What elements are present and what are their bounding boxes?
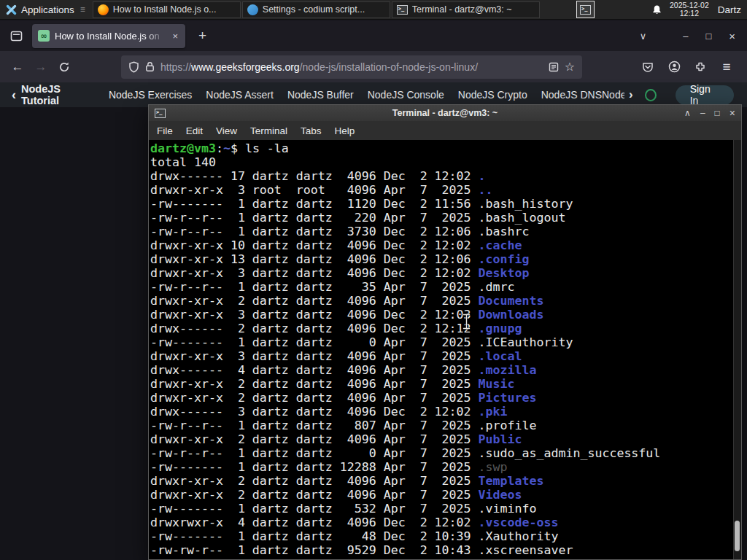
scrollbar-thumb[interactable] [735,521,740,551]
ls-row: -rw-r--r-- 1 dartz dartz 0 Apr 7 2025 .s… [150,446,741,460]
nav-link-crypto[interactable]: NodeJS Crypto [458,89,527,101]
total-line: total 140 [150,155,741,169]
list-tabs-chevron-icon[interactable]: ∨ [640,31,647,42]
ls-row: -rw------- 1 dartz dartz 1120 Dec 2 11:5… [150,197,741,211]
tab-title: How to Install Node.js on [55,31,166,42]
nav-back-tutorial[interactable]: ‹ NodeJS Tutorial [12,83,95,106]
ls-row: -rw-r--r-- 1 dartz dartz 3730 Dec 2 12:0… [150,225,741,238]
notification-bell-icon[interactable] [651,4,662,15]
ls-row: -rw------- 1 dartz dartz 48 Dec 2 10:39 … [150,529,741,543]
ls-row: drwxr-xr-x 2 dartz dartz 4096 Apr 7 2025… [150,432,741,446]
applications-menu-button[interactable]: Applications ≡ [0,0,91,19]
ls-row: drwxr-xr-x 2 dartz dartz 4096 Apr 7 2025… [150,377,741,391]
reader-mode-icon[interactable] [549,62,559,72]
terminal-close-button[interactable]: × [729,107,735,119]
menu-edit[interactable]: Edit [179,125,209,136]
firefox-tab-bar: ∞ How to Install Node.js on × + ∨ – □ × [0,20,747,51]
hamburger-menu-button[interactable]: ≡ [715,55,738,79]
forward-button: → [29,55,53,79]
ls-row: drwxr-xr-x 2 dartz dartz 4096 Apr 7 2025… [150,474,741,488]
taskbar-button-terminal[interactable]: Terminal - dartz@vm3: ~ [392,1,540,18]
nav-link-assert[interactable]: NodeJS Assert [206,89,274,101]
url-bar[interactable]: https://www.geeksforgeeks.org/node-js/in… [121,55,582,79]
site-navbar: ‹ NodeJS Tutorial NodeJS Exercises NodeJ… [0,82,747,107]
ls-row: drwx------ 2 dartz dartz 4096 Dec 2 12:1… [150,322,741,335]
terminal-titlebar[interactable]: Terminal - dartz@vm3: ~ ∧ – □ × [149,105,741,121]
menu-terminal[interactable]: Terminal [244,125,294,136]
terminal-maximize-button[interactable]: □ [715,108,720,118]
account-icon [668,61,681,73]
applications-label: Applications [21,4,74,15]
tracking-shield-icon[interactable] [128,61,139,73]
ls-row: -rw-r--r-- 1 dartz dartz 220 Apr 7 2025 … [150,211,741,225]
terminal-icon [580,5,591,15]
terminal-scrollbar[interactable] [733,140,741,559]
system-tray: 2025-12-02 12:12 Dartz [651,1,747,18]
ls-row: drwxr-xr-x 3 root root 4096 Apr 7 2025 .… [150,183,741,197]
window-close-button[interactable]: × [729,30,735,42]
ls-row: drwx------ 3 dartz dartz 4096 Dec 2 12:0… [150,405,741,419]
applications-icon [6,4,17,15]
ls-row: drwxr-xr-x 3 dartz dartz 4096 Dec 2 12:0… [150,308,741,322]
clock[interactable]: 2025-12-02 12:12 [670,1,709,18]
ls-row: drwx------ 17 dartz dartz 4096 Dec 2 12:… [150,169,741,183]
menu-tabs[interactable]: Tabs [294,125,328,136]
terminal-icon [397,5,408,15]
browser-tab[interactable]: ∞ How to Install Node.js on × [32,24,185,48]
firefox-view-icon [10,30,23,42]
ls-row: -rw-r--r-- 1 dartz dartz 35 Apr 7 2025 .… [150,280,741,294]
ls-row: -rw-r--r-- 1 dartz dartz 807 Apr 7 2025 … [150,419,741,432]
account-button[interactable] [662,55,686,79]
lock-icon[interactable] [145,61,155,72]
reload-icon [58,61,70,73]
prompt-line: dartz@vm3:~$ ls -la [150,141,741,155]
menu-lines-icon: ≡ [80,4,85,15]
ls-row: -rw------- 1 dartz dartz 0 Apr 7 2025 .I… [150,335,741,349]
window-maximize-button[interactable]: □ [705,31,711,42]
terminal-launcher[interactable] [576,1,595,18]
taskbar-button-codium[interactable]: Settings - codium script... [242,1,390,18]
bookmark-star-icon[interactable]: ☆ [565,60,575,74]
tab-close-icon[interactable]: × [171,31,179,42]
terminal-shade-button[interactable]: ∧ [684,108,691,118]
extensions-button[interactable] [689,55,712,79]
desktop-panel: Applications ≡ How to Install Node.js o.… [0,0,747,20]
firefox-view-button[interactable] [6,26,26,46]
firefox-toolbar: ← → https://www.geeksforgeeks.org/node-j… [0,51,747,82]
ls-row: drwxr-xr-x 3 dartz dartz 4096 Dec 2 12:0… [150,266,741,280]
terminal-title: Terminal - dartz@vm3: ~ [149,108,741,118]
ls-row: drwxr-xr-x 13 dartz dartz 4096 Dec 2 12:… [150,252,741,266]
nav-link-dns[interactable]: NodeJS DNS [541,89,602,101]
nav-link-truncated[interactable]: Node [602,89,624,101]
pocket-button[interactable] [636,55,659,79]
terminal-output[interactable]: dartz@vm3:~$ ls -la total 140 drwx------… [149,140,741,559]
ls-row: -rw------- 1 dartz dartz 12288 Apr 7 202… [150,460,741,474]
new-tab-button[interactable]: + [194,28,211,44]
ls-row: drwxr-xr-x 2 dartz dartz 4096 Apr 7 2025… [150,488,741,502]
nav-link-buffer[interactable]: NodeJS Buffer [287,89,354,101]
pocket-icon [642,61,654,73]
terminal-minimize-button[interactable]: – [700,108,705,118]
menu-file[interactable]: File [150,125,179,136]
vscodium-icon [247,4,258,15]
chevron-right-icon[interactable]: › [629,88,633,102]
extensions-puzzle-icon [694,61,706,73]
search-icon[interactable] [645,89,657,101]
menu-help[interactable]: Help [328,125,362,136]
nav-link-console[interactable]: NodeJS Console [368,89,444,101]
ls-row: drwxr-xr-x 2 dartz dartz 4096 Apr 7 2025… [150,391,741,405]
back-button[interactable]: ← [6,55,29,79]
menu-view[interactable]: View [209,125,244,136]
ls-row: -rw------- 1 dartz dartz 532 Apr 7 2025 … [150,502,741,516]
window-minimize-button[interactable]: – [683,31,688,42]
user-menu[interactable]: Dartz [718,4,741,15]
url-text: https://www.geeksforgeeks.org/node-js/in… [160,61,543,73]
ls-row: drwxrwxr-x 4 dartz dartz 4096 Dec 2 12:0… [150,516,741,529]
taskbar-button-firefox[interactable]: How to Install Node.js o... [93,1,241,18]
sign-in-button[interactable]: Sign In [676,85,734,105]
reload-button[interactable] [53,55,76,79]
terminal-window: Terminal - dartz@vm3: ~ ∧ – □ × File Edi… [148,104,742,560]
mouse-cursor-ibeam [462,313,471,330]
ls-row: drwxr-xr-x 3 dartz dartz 4096 Apr 7 2025… [150,349,741,363]
nav-link-exercises[interactable]: NodeJS Exercises [109,89,192,101]
